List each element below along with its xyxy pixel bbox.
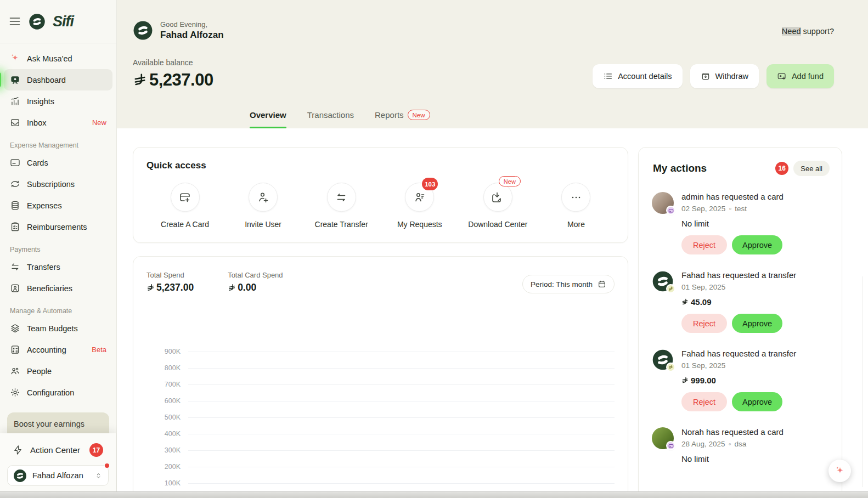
calculator-icon xyxy=(10,344,20,355)
period-selector[interactable]: Period: This month xyxy=(522,275,615,293)
hamburger-menu-icon[interactable] xyxy=(8,15,21,28)
clipboard-icon xyxy=(10,222,20,232)
sidebar-item-reimbursements[interactable]: Reimbursements xyxy=(4,216,112,237)
quick-action-download-center[interactable]: New Download Center xyxy=(461,183,534,229)
invite-user-icon xyxy=(257,191,270,204)
sidebar-item-team-budgets[interactable]: Team Budgets xyxy=(4,318,112,339)
insights-chart-icon xyxy=(10,96,20,106)
y-axis-tick: 600K xyxy=(150,397,181,405)
layers-icon xyxy=(10,323,20,333)
sidebar-item-accounting[interactable]: Accounting Beta xyxy=(4,339,112,360)
page-header: Good Evening, Fahad Alfozan Need support… xyxy=(117,0,868,128)
account-switcher-name: Fahad Alfozan xyxy=(32,471,83,480)
y-axis-tick: 900K xyxy=(150,348,181,355)
my-actions-card: My actions 16 See all admin has requeste… xyxy=(638,147,842,498)
approve-button[interactable]: Approve xyxy=(732,392,782,411)
support-rest: support? xyxy=(801,27,834,36)
action-item: Fahad has requested a transfer 01 Sep, 2… xyxy=(639,349,842,411)
sidebar-item-ask-musaed[interactable]: Ask Musa'ed xyxy=(4,48,112,69)
saudi-riyal-icon xyxy=(681,377,689,384)
quick-action-more[interactable]: More xyxy=(540,183,612,229)
total-card-spend-value: 0.00 xyxy=(228,282,283,293)
sidebar-item-dashboard[interactable]: Dashboard xyxy=(4,69,112,90)
sidebar-item-cards[interactable]: Cards xyxy=(4,152,112,173)
sidebar-item-subscriptions[interactable]: Subscriptions xyxy=(4,173,112,195)
sidebar-item-configuration[interactable]: Configuration xyxy=(4,382,112,403)
app-window: Sifi Ask Musa'ed Dashboard Insights Inbo… xyxy=(0,0,868,498)
sidebar-item-transfers[interactable]: Transfers xyxy=(4,256,112,278)
spend-chart-grid: 900K 800K 700K 600K 500K 400K 300K 200K … xyxy=(150,343,615,491)
see-all-button[interactable]: See all xyxy=(793,161,830,176)
approve-button[interactable]: Approve xyxy=(732,235,782,254)
tab-reports[interactable]: ReportsNew xyxy=(375,110,430,128)
dot-separator: ◦ xyxy=(729,440,731,448)
user-square-icon xyxy=(10,283,20,293)
scrollbar-track[interactable] xyxy=(863,276,863,487)
need-support-link[interactable]: Need support? xyxy=(782,27,834,36)
coins-icon xyxy=(10,200,20,211)
sidebar-footer: Action Center 17 Fahad Alfozan xyxy=(0,433,116,498)
greeting-text: Good Evening, xyxy=(160,20,224,29)
reject-button[interactable]: Reject xyxy=(681,235,727,254)
main-content: Quick access Create A Card Invite User C… xyxy=(117,128,868,498)
quick-action-my-requests[interactable]: 103 My Requests xyxy=(384,183,456,229)
section-payments: Payments xyxy=(10,246,106,253)
chevron-updown-icon xyxy=(94,472,103,480)
transfer-arrows-icon xyxy=(10,262,20,272)
withdraw-button[interactable]: Withdraw xyxy=(690,64,759,88)
quick-action-create-transfer[interactable]: Create Transfer xyxy=(305,183,377,229)
reject-button[interactable]: Reject xyxy=(681,314,727,333)
available-balance-value: 5,237.00 xyxy=(133,70,213,90)
gridline xyxy=(188,417,615,418)
window-bottom-edge xyxy=(0,491,868,498)
approve-button[interactable]: Approve xyxy=(732,314,782,333)
sidebar-nav: Ask Musa'ed Dashboard Insights Inbox New… xyxy=(0,43,116,403)
card-request-badge-icon xyxy=(666,441,675,450)
action-title: Norah has requested a card xyxy=(681,427,828,437)
sidebar-item-expenses[interactable]: Expenses xyxy=(4,195,112,216)
section-expense-management: Expense Management xyxy=(10,142,106,149)
gridline xyxy=(188,368,615,369)
spend-chart-card: Total Spend 5,237.00 Total Card Spend 0.… xyxy=(133,256,628,498)
available-balance-label: Available balance xyxy=(133,58,193,67)
y-axis-tick: 200K xyxy=(150,463,181,471)
sidebar-item-action-center[interactable]: Action Center 17 xyxy=(7,440,109,460)
action-center-count-badge: 17 xyxy=(89,443,103,457)
sidebar-item-people[interactable]: People xyxy=(4,360,112,382)
add-fund-label: Add fund xyxy=(792,72,824,81)
total-spend-value: 5,237.00 xyxy=(146,282,194,293)
gridline xyxy=(188,450,615,451)
action-detail: No limit xyxy=(681,219,828,228)
sidebar-item-label: Expenses xyxy=(27,201,62,210)
my-requests-icon xyxy=(413,191,426,204)
y-axis-tick: 500K xyxy=(150,414,181,421)
sidebar-item-inbox[interactable]: Inbox New xyxy=(4,112,112,133)
quick-action-create-card[interactable]: Create A Card xyxy=(149,183,221,229)
gridline xyxy=(188,467,615,467)
reject-button[interactable]: Reject xyxy=(681,392,727,411)
account-details-button[interactable]: Account details xyxy=(593,64,682,88)
assistant-sparkle-fab[interactable] xyxy=(828,460,851,482)
tab-transactions[interactable]: Transactions xyxy=(307,110,354,128)
support-highlighted-word: Need xyxy=(782,27,801,36)
sidebar-item-label: Inbox xyxy=(27,118,46,127)
gear-icon xyxy=(10,387,20,398)
notification-dot xyxy=(105,463,109,468)
sidebar-item-insights[interactable]: Insights xyxy=(4,90,112,112)
add-fund-button[interactable]: Add fund xyxy=(766,64,834,88)
withdraw-icon xyxy=(701,71,711,81)
saudi-riyal-icon xyxy=(681,298,689,305)
ellipsis-icon xyxy=(570,191,583,204)
account-switcher[interactable]: Fahad Alfozan xyxy=(7,465,109,486)
saudi-riyal-icon xyxy=(133,73,147,87)
sidebar-item-label: People xyxy=(27,367,52,376)
tab-overview[interactable]: Overview xyxy=(250,110,286,128)
quick-action-invite-user[interactable]: Invite User xyxy=(227,183,300,229)
sidebar-item-beneficiaries[interactable]: Beneficiaries xyxy=(4,278,112,299)
y-axis-tick: 300K xyxy=(150,446,181,454)
action-date: 28 Aug, 2025 xyxy=(681,440,725,448)
action-item: Fahad has requested a transfer 01 Sep, 2… xyxy=(639,270,842,333)
create-transfer-icon xyxy=(335,191,348,204)
action-title: Fahad has requested a transfer xyxy=(681,349,828,358)
gridline xyxy=(188,352,615,352)
